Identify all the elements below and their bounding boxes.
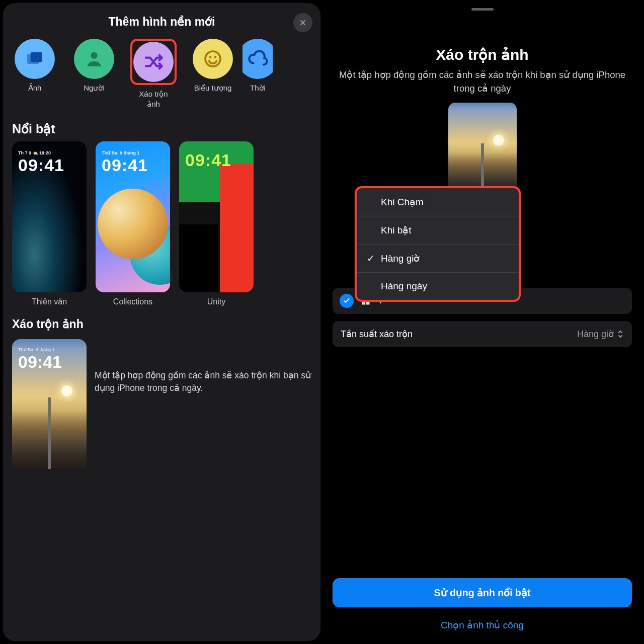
featured-item-collections[interactable]: Thứ Ba, 9 tháng 109:41 Collections — [96, 141, 170, 306]
shuffle-section: Thứ Ba, 9 tháng 1 09:41 Một tập hợp động… — [3, 336, 320, 472]
featured-item-astronomy[interactable]: Th 7 9 ⛅ 18:2009:41 Thiên văn — [12, 141, 87, 306]
category-photos[interactable]: Ảnh — [5, 37, 64, 110]
page-title: Thêm hình nền mới — [13, 15, 310, 29]
header: Thêm hình nền mới — [3, 3, 320, 34]
highlight-marker — [130, 39, 177, 85]
category-label: Người — [84, 83, 105, 93]
menu-item-on-tap[interactable]: Khi Chạm — [357, 188, 519, 216]
wallpaper-preview: Thứ Ba, 9 tháng 109:41 — [96, 141, 170, 292]
menu-item-daily[interactable]: Hàng ngày — [357, 273, 519, 300]
drag-indicator[interactable] — [471, 8, 494, 11]
close-icon — [299, 19, 307, 27]
photos-icon — [25, 49, 45, 69]
menu-item-on-wake[interactable]: Khi bật — [357, 216, 519, 245]
shuffle-preview[interactable]: Thứ Ba, 9 tháng 1 09:41 — [12, 339, 87, 469]
category-label: Thời — [250, 83, 265, 93]
choose-manually-link[interactable]: Chọn ảnh thủ công — [333, 619, 632, 631]
frequency-value: Hàng giờ — [577, 329, 614, 340]
wallpaper-preview: 09:41 — [179, 141, 254, 292]
wallpaper-preview: Th 7 9 ⛅ 18:2009:41 — [12, 141, 87, 292]
close-button[interactable] — [293, 13, 312, 32]
weather-icon — [248, 49, 268, 69]
frequency-row[interactable]: Tần suất xáo trộn Hàng giờ — [333, 321, 632, 347]
person-icon — [84, 49, 104, 69]
category-people[interactable]: Người — [64, 37, 124, 110]
svg-point-2 — [91, 52, 97, 59]
category-row: Ảnh Người Xáo trộn ảnh Biểu tượng Thời — [3, 34, 320, 113]
thumb-label: Collections — [113, 297, 152, 306]
featured-item-unity[interactable]: 09:41 Unity — [179, 141, 254, 306]
check-icon: ✓ — [367, 253, 376, 264]
shuffle-icon — [143, 52, 164, 72]
featured-heading: Nổi bật — [3, 113, 320, 141]
category-shuffle[interactable]: Xáo trộn ảnh — [124, 37, 183, 110]
shuffle-heading: Xáo trộn ảnh — [3, 306, 320, 336]
menu-item-hourly[interactable]: ✓Hàng giờ — [357, 245, 519, 273]
page-title: Xáo trộn ảnh — [324, 46, 641, 63]
thumb-label: Thiên văn — [32, 297, 67, 306]
category-label: Ảnh — [28, 83, 42, 93]
svg-point-4 — [209, 56, 212, 58]
check-icon — [343, 297, 351, 305]
radio-selected — [340, 294, 354, 308]
frequency-label: Tần suất xáo trộn — [341, 329, 413, 340]
thumb-label: Unity — [207, 297, 225, 306]
shuffle-description: Một tập hợp động gồm các ảnh sẽ xáo trộn… — [95, 339, 311, 395]
featured-thumbnails: Th 7 9 ⛅ 18:2009:41 Thiên văn Thứ Ba, 9 … — [3, 141, 320, 306]
page-description: Một tập hợp động gồm các ảnh sẽ xáo trộn… — [324, 63, 641, 96]
category-emoji[interactable]: Biểu tượng — [183, 37, 243, 110]
updown-icon — [617, 330, 624, 339]
svg-point-5 — [214, 56, 217, 58]
use-featured-button[interactable]: Sử dụng ảnh nổi bật — [333, 578, 632, 607]
category-weather[interactable]: Thời — [243, 37, 273, 110]
wallpaper-picker-screen: Thêm hình nền mới Ảnh Người Xáo trộn ảnh… — [3, 3, 320, 641]
svg-rect-1 — [31, 52, 42, 62]
shuffle-preview-large — [448, 103, 517, 193]
category-label: Xáo trộn ảnh — [139, 89, 168, 110]
shuffle-settings-screen: Xáo trộn ảnh Một tập hợp động gồm các ản… — [324, 3, 641, 641]
frequency-menu: Khi Chạm Khi bật ✓Hàng giờ Hàng ngày — [355, 186, 521, 302]
category-label: Biểu tượng — [194, 83, 232, 93]
emoji-icon — [203, 49, 223, 69]
